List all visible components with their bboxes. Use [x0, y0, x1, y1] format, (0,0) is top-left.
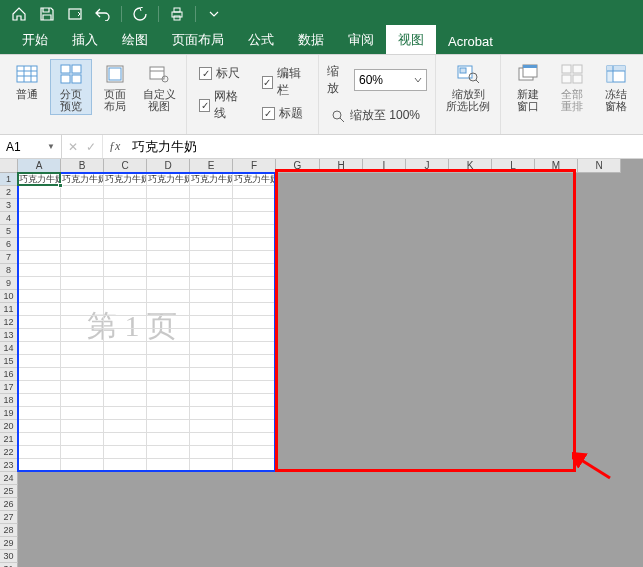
- row-header-25[interactable]: 25: [0, 485, 18, 498]
- cell[interactable]: [147, 303, 190, 316]
- cell[interactable]: [147, 277, 190, 290]
- cell[interactable]: [233, 225, 276, 238]
- cell[interactable]: [190, 277, 233, 290]
- cell[interactable]: 巧克力牛奶: [233, 173, 276, 186]
- cell[interactable]: [233, 186, 276, 199]
- cell[interactable]: [147, 446, 190, 459]
- cell[interactable]: [18, 342, 61, 355]
- cell[interactable]: [61, 290, 104, 303]
- cell[interactable]: [61, 316, 104, 329]
- cell[interactable]: [190, 238, 233, 251]
- cell[interactable]: [104, 290, 147, 303]
- cell[interactable]: [61, 264, 104, 277]
- cell[interactable]: [147, 394, 190, 407]
- cell[interactable]: [190, 186, 233, 199]
- cell[interactable]: [104, 303, 147, 316]
- cell[interactable]: [233, 251, 276, 264]
- cell[interactable]: [18, 459, 61, 472]
- cell[interactable]: [147, 433, 190, 446]
- view-layout-button[interactable]: 页面 布局: [94, 59, 136, 115]
- menu-tab-3[interactable]: 页面布局: [160, 25, 236, 54]
- cell[interactable]: 巧克力牛奶: [61, 173, 104, 186]
- cell[interactable]: [233, 394, 276, 407]
- checkbox-headings[interactable]: ✓标题: [262, 105, 307, 122]
- cell[interactable]: [233, 329, 276, 342]
- row-header-5[interactable]: 5: [0, 225, 18, 238]
- cell[interactable]: [233, 368, 276, 381]
- cell[interactable]: [233, 277, 276, 290]
- fill-handle[interactable]: [58, 183, 63, 188]
- row-header-31[interactable]: 31: [0, 563, 18, 567]
- cell[interactable]: [104, 238, 147, 251]
- cell[interactable]: [18, 264, 61, 277]
- row-header-14[interactable]: 14: [0, 342, 18, 355]
- cell[interactable]: [147, 186, 190, 199]
- cell[interactable]: [190, 394, 233, 407]
- zoom-selection-button[interactable]: 缩放到 所选比例: [442, 59, 494, 115]
- col-header-F[interactable]: F: [233, 159, 276, 173]
- cell[interactable]: [104, 316, 147, 329]
- cell[interactable]: [190, 290, 233, 303]
- row-header-3[interactable]: 3: [0, 199, 18, 212]
- cell[interactable]: [190, 381, 233, 394]
- touch-mode-icon[interactable]: [62, 2, 88, 26]
- cell[interactable]: [190, 407, 233, 420]
- row-header-23[interactable]: 23: [0, 459, 18, 472]
- cell[interactable]: [190, 433, 233, 446]
- select-all-corner[interactable]: [0, 159, 18, 173]
- row-header-4[interactable]: 4: [0, 212, 18, 225]
- qat-customize-icon[interactable]: [201, 2, 227, 26]
- row-header-21[interactable]: 21: [0, 433, 18, 446]
- cell[interactable]: [18, 420, 61, 433]
- undo-icon[interactable]: [90, 2, 116, 26]
- cell[interactable]: [104, 459, 147, 472]
- cell[interactable]: [147, 238, 190, 251]
- cell[interactable]: [147, 420, 190, 433]
- cell[interactable]: [233, 199, 276, 212]
- row-header-7[interactable]: 7: [0, 251, 18, 264]
- row-header-13[interactable]: 13: [0, 329, 18, 342]
- view-normal-button[interactable]: 普通: [6, 59, 48, 103]
- column-headers[interactable]: ABCDEFGHIJKLMN: [18, 159, 621, 173]
- zoom-100-button[interactable]: 缩放至 100%: [327, 105, 424, 126]
- col-header-B[interactable]: B: [61, 159, 104, 173]
- col-header-K[interactable]: K: [449, 159, 492, 173]
- cell[interactable]: [190, 212, 233, 225]
- cell[interactable]: [104, 342, 147, 355]
- col-header-M[interactable]: M: [535, 159, 578, 173]
- cell[interactable]: [18, 186, 61, 199]
- cell[interactable]: 巧克力牛奶: [104, 173, 147, 186]
- new-window-button[interactable]: 新建 窗口: [507, 59, 549, 115]
- cell[interactable]: [190, 420, 233, 433]
- cell[interactable]: [104, 368, 147, 381]
- cell[interactable]: [233, 420, 276, 433]
- cell[interactable]: [61, 355, 104, 368]
- cell[interactable]: [18, 225, 61, 238]
- cell[interactable]: [147, 355, 190, 368]
- cell[interactable]: [147, 368, 190, 381]
- cell[interactable]: 巧克力牛奶: [147, 173, 190, 186]
- page-print-area[interactable]: 第 1 页 巧克力牛奶巧克力牛奶巧克力牛奶巧克力牛奶巧克力牛奶巧克力牛奶: [18, 173, 276, 472]
- menu-tab-1[interactable]: 插入: [60, 25, 110, 54]
- col-header-J[interactable]: J: [406, 159, 449, 173]
- cell[interactable]: [104, 420, 147, 433]
- cell[interactable]: [61, 199, 104, 212]
- menu-tab-8[interactable]: Acrobat: [436, 28, 505, 54]
- row-header-17[interactable]: 17: [0, 381, 18, 394]
- cell[interactable]: [18, 303, 61, 316]
- cell[interactable]: [61, 407, 104, 420]
- col-header-E[interactable]: E: [190, 159, 233, 173]
- cell[interactable]: [147, 251, 190, 264]
- cell[interactable]: [190, 225, 233, 238]
- col-header-D[interactable]: D: [147, 159, 190, 173]
- cell[interactable]: [18, 212, 61, 225]
- cell[interactable]: [18, 394, 61, 407]
- cell[interactable]: [104, 381, 147, 394]
- cell[interactable]: [61, 446, 104, 459]
- cell[interactable]: [104, 329, 147, 342]
- col-header-G[interactable]: G: [276, 159, 320, 173]
- menu-tab-0[interactable]: 开始: [10, 25, 60, 54]
- name-box[interactable]: A1 ▼: [0, 135, 62, 158]
- cell[interactable]: [18, 355, 61, 368]
- cancel-formula-icon[interactable]: ✕: [68, 140, 78, 154]
